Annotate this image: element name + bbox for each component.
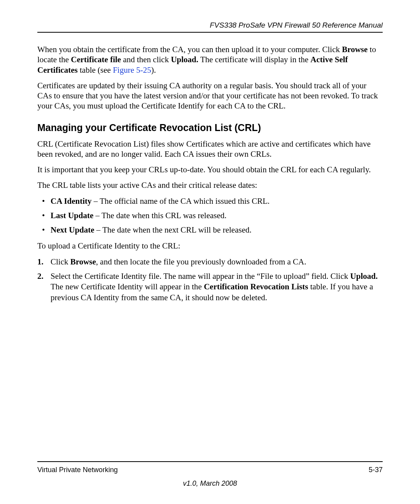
section-heading: Managing your Certificate Revocation Lis…: [37, 122, 383, 133]
footer-version: v1.0, March 2008: [37, 480, 383, 488]
running-header: FVS338 ProSafe VPN Firewall 50 Reference…: [37, 21, 383, 32]
bold-crl-table: Certification Revocation Lists: [204, 282, 308, 291]
paragraph-2: Certificates are updated by their issuin…: [37, 80, 383, 111]
bold-upload: Upload.: [350, 271, 378, 281]
footer-row: Virtual Private Networking 5-37: [37, 466, 383, 474]
page: FVS338 ProSafe VPN Firewall 50 Reference…: [0, 0, 420, 504]
text: Click: [51, 257, 70, 266]
footer-rule: [37, 461, 383, 462]
text: When you obtain the certificate from the…: [37, 45, 342, 54]
desc: – The date when the next CRL will be rel…: [94, 225, 252, 234]
text: , and then locate the file you previousl…: [96, 257, 306, 266]
text: ).: [151, 65, 156, 75]
term: Next Update: [51, 225, 94, 234]
bold-cert-file: Certificate file: [71, 55, 121, 64]
footer-section: Virtual Private Networking: [37, 466, 118, 474]
list-item: CA Identity – The official name of the C…: [37, 196, 383, 206]
text: Select the Certificate Identity file. Th…: [51, 271, 350, 281]
desc: – The official name of the CA which issu…: [92, 196, 270, 206]
text: and then click: [121, 55, 171, 64]
paragraph-6: To upload a Certificate Identity to the …: [37, 241, 383, 251]
page-footer: Virtual Private Networking 5-37 v1.0, Ma…: [37, 461, 383, 488]
bold-browse: Browse: [70, 257, 96, 266]
text: The new Certificate Identity will appear…: [51, 282, 204, 291]
step-item: Click Browse, and then locate the file y…: [37, 257, 383, 267]
desc: – The date when this CRL was released.: [93, 211, 226, 220]
step-item: Select the Certificate Identity file. Th…: [37, 271, 383, 303]
text: table (see: [78, 65, 113, 75]
paragraph-4: It is important that you keep your CRLs …: [37, 164, 383, 175]
paragraph-5: The CRL table lists your active CAs and …: [37, 180, 383, 190]
text: The certificate will display in the: [198, 55, 310, 64]
term: CA Identity: [51, 196, 92, 206]
header-rule: [37, 32, 383, 33]
paragraph-3: CRL (Certificate Revocation List) files …: [37, 139, 383, 159]
paragraph-1: When you obtain the certificate from the…: [37, 44, 383, 75]
ordered-steps: Click Browse, and then locate the file y…: [37, 257, 383, 303]
list-item: Last Update – The date when this CRL was…: [37, 210, 383, 221]
bullet-list: CA Identity – The official name of the C…: [37, 196, 383, 236]
footer-page-number: 5-37: [369, 466, 383, 474]
list-item: Next Update – The date when the next CRL…: [37, 225, 383, 235]
bold-browse: Browse: [342, 45, 368, 54]
term: Last Update: [51, 211, 93, 220]
bold-upload: Upload.: [171, 55, 198, 64]
figure-link[interactable]: Figure 5-25: [113, 65, 151, 75]
